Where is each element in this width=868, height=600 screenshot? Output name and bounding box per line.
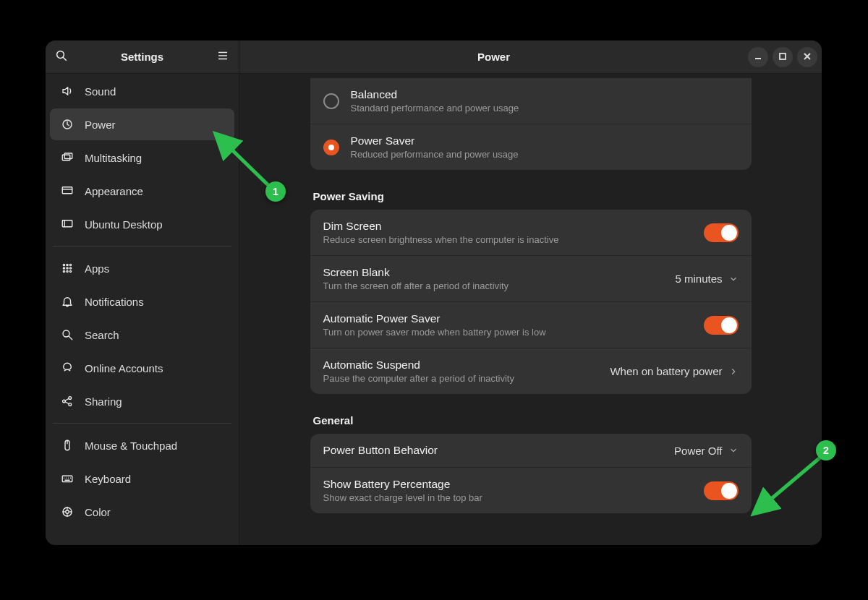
sidebar[interactable]: SoundPowerMultitaskingAppearanceUbuntu D… [46, 74, 239, 545]
keyboard-icon [60, 471, 75, 486]
row-title: Dim Screen [323, 220, 692, 233]
radio-icon [323, 140, 339, 155]
row-text: Dim ScreenReduce screen brightness when … [323, 220, 692, 245]
svg-rect-11 [64, 153, 72, 159]
sidebar-item-color[interactable]: Color [50, 496, 234, 528]
row-screen-blank[interactable]: Screen BlankTurn the screen off after a … [310, 255, 752, 301]
notifications-icon [60, 294, 75, 309]
svg-rect-6 [780, 53, 786, 59]
row-title: Show Battery Percentage [323, 478, 692, 491]
sidebar-item-sharing[interactable]: Sharing [50, 385, 234, 417]
sidebar-item-label: Search [85, 329, 119, 341]
search-icon [60, 327, 75, 342]
ubuntu-desktop-icon [60, 217, 75, 231]
row-text: Show Battery PercentageShow exact charge… [323, 478, 692, 503]
svg-point-21 [69, 267, 71, 269]
content-inner: BalancedStandard performance and power u… [310, 78, 752, 513]
switch-automatic-power-saver[interactable] [704, 316, 739, 335]
radio-icon [323, 93, 339, 109]
svg-point-19 [63, 267, 64, 269]
switch-show-battery-percentage[interactable] [704, 481, 739, 500]
row-sub: Reduce screen brightness when the comput… [323, 234, 692, 245]
sound-icon [60, 84, 75, 98]
online-accounts-icon [60, 361, 75, 375]
svg-point-20 [67, 267, 68, 269]
multitasking-icon [60, 150, 75, 165]
svg-point-25 [63, 330, 69, 337]
sidebar-item-sound[interactable]: Sound [50, 75, 234, 107]
row-title: Automatic Suspend [323, 359, 599, 372]
close-button[interactable] [797, 47, 817, 67]
select-value: Power Off [674, 445, 722, 457]
row-sub: Turn on power saver mode when battery po… [323, 327, 692, 338]
power-icon [60, 117, 75, 132]
svg-point-22 [63, 270, 64, 272]
general-card: Power Button BehaviorPower OffShow Batte… [310, 434, 752, 513]
sidebar-item-label: Keyboard [85, 473, 131, 485]
content-area: BalancedStandard performance and power u… [239, 74, 822, 545]
minimize-button[interactable] [748, 47, 768, 67]
svg-rect-12 [62, 187, 72, 194]
sidebar-item-mouse-touchpad[interactable]: Mouse & Touchpad [50, 429, 234, 461]
search-icon [55, 49, 68, 65]
row-dim-screen: Dim ScreenReduce screen brightness when … [310, 210, 752, 255]
chevron-right-icon [728, 367, 739, 377]
select-screen-blank[interactable]: 5 minutes [675, 273, 738, 285]
sidebar-item-label: Ubuntu Desktop [85, 218, 163, 231]
row-power-button-behavior[interactable]: Power Button BehaviorPower Off [310, 434, 752, 467]
headerbar-main: Power [239, 40, 822, 73]
row-title: Power Saver [351, 134, 739, 147]
chevron-down-icon [728, 445, 739, 455]
switch-dim-screen[interactable] [704, 223, 739, 242]
hamburger-button[interactable] [211, 46, 234, 69]
svg-rect-14 [62, 220, 72, 227]
svg-rect-34 [62, 476, 72, 481]
sidebar-item-label: Online Accounts [85, 362, 163, 374]
maximize-button[interactable] [773, 47, 793, 67]
annotation-badge-1: 1 [265, 181, 286, 202]
row-title: Automatic Power Saver [323, 312, 692, 325]
power-mode-card: BalancedStandard performance and power u… [310, 78, 752, 170]
window-body: SoundPowerMultitaskingAppearanceUbuntu D… [46, 74, 822, 545]
sidebar-title: Settings [73, 51, 211, 63]
row-title: Power Button Behavior [323, 444, 663, 457]
sidebar-item-label: Mouse & Touchpad [85, 440, 177, 452]
row-text: Power Button Behavior [323, 444, 663, 457]
sidebar-item-label: Sharing [85, 395, 122, 408]
search-button[interactable] [50, 46, 73, 69]
row-text: Screen BlankTurn the screen off after a … [323, 266, 664, 291]
power-mode-option-balanced[interactable]: BalancedStandard performance and power u… [310, 78, 752, 124]
sidebar-item-label: Sound [85, 85, 116, 98]
sidebar-separator [53, 423, 231, 424]
row-automatic-suspend[interactable]: Automatic SuspendPause the computer afte… [310, 348, 752, 394]
sidebar-item-power[interactable]: Power [50, 108, 234, 140]
close-icon [803, 51, 812, 64]
sidebar-item-appearance[interactable]: Appearance [50, 175, 234, 207]
svg-point-41 [66, 510, 69, 514]
svg-point-16 [63, 264, 64, 265]
svg-point-23 [67, 270, 68, 272]
sidebar-item-apps[interactable]: Apps [50, 252, 234, 284]
svg-line-30 [65, 398, 69, 400]
nav-value: When on battery power [610, 365, 722, 377]
sidebar-item-search[interactable]: Search [50, 319, 234, 351]
sidebar-item-online-accounts[interactable]: Online Accounts [50, 352, 234, 384]
sidebar-item-notifications[interactable]: Notifications [50, 286, 234, 317]
row-sub: Turn the screen off after a period of in… [323, 280, 664, 291]
power-mode-option-power-saver[interactable]: Power SaverReduced performance and power… [310, 124, 752, 170]
sidebar-item-label: Multitasking [85, 152, 142, 164]
page-title: Power [244, 51, 744, 63]
minimize-icon [754, 51, 762, 64]
select-power-button-behavior[interactable]: Power Off [674, 445, 738, 457]
sidebar-item-keyboard[interactable]: Keyboard [50, 463, 234, 494]
svg-point-17 [67, 264, 68, 265]
sidebar-item-ubuntu-desktop[interactable]: Ubuntu Desktop [50, 208, 234, 240]
sidebar-item-multitasking[interactable]: Multitasking [50, 142, 234, 173]
sharing-icon [60, 394, 75, 408]
appearance-icon [60, 184, 75, 198]
svg-point-18 [69, 264, 71, 265]
nav-automatic-suspend[interactable]: When on battery power [610, 365, 738, 377]
section-power-saving: Power Saving [313, 190, 752, 202]
sidebar-item-label: Power [85, 119, 116, 131]
svg-line-31 [65, 402, 69, 404]
